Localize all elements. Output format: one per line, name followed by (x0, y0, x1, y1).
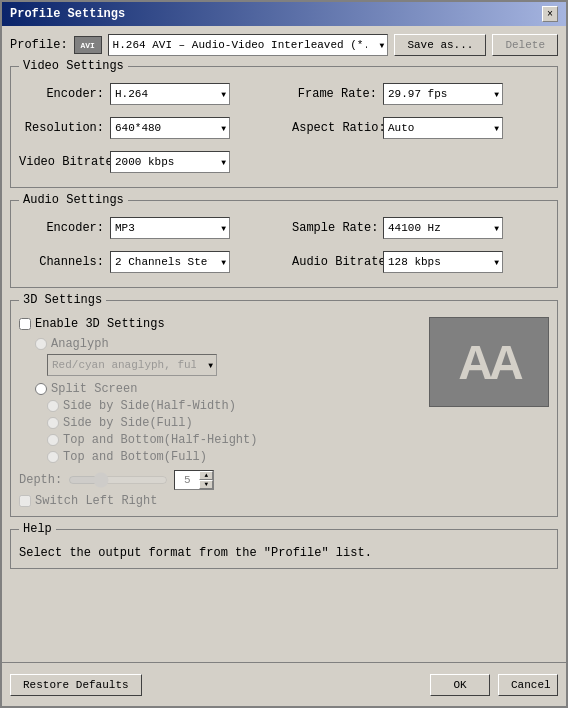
profile-label: Profile: (10, 38, 68, 52)
profile-icon: AVI (74, 36, 102, 54)
audio-encoder-select[interactable]: MP3 (110, 217, 230, 239)
threed-settings-section: 3D Settings Enable 3D Settings Anaglyph (10, 300, 558, 517)
encoder-select-wrapper: H.264 (110, 83, 230, 105)
audio-encoder-row: Encoder: MP3 (19, 217, 276, 239)
channels-row: Channels: 2 Channels Stereo (19, 251, 276, 273)
video-left-col: Encoder: H.264 Resolution: 640*480 (19, 83, 276, 179)
delete-button[interactable]: Delete (492, 34, 558, 56)
sbs-half-label: Side by Side(Half-Width) (63, 399, 236, 413)
channels-select[interactable]: 2 Channels Stereo (110, 251, 230, 273)
dialog-footer: Restore Defaults OK Cancel (2, 662, 566, 706)
aspect-ratio-select-wrapper: Auto (383, 117, 503, 139)
channels-select-wrapper: 2 Channels Stereo (110, 251, 230, 273)
footer-right-buttons: OK Cancel (430, 674, 558, 696)
help-text: Select the output format from the "Profi… (19, 546, 549, 560)
close-button[interactable]: × (542, 6, 558, 22)
audio-encoder-select-wrapper: MP3 (110, 217, 230, 239)
depth-num-wrapper: ▲ ▼ (174, 470, 214, 490)
depth-down-button[interactable]: ▼ (199, 480, 213, 489)
video-right-col: Frame Rate: 29.97 fps Aspect Ratio: Auto (292, 83, 549, 179)
anaglyph-sub-select[interactable]: Red/cyan anaglyph, full color (47, 354, 217, 376)
enable-3d-row: Enable 3D Settings (19, 317, 421, 331)
tab-half-radio[interactable] (47, 434, 59, 446)
tab-half-label: Top and Bottom(Half-Height) (63, 433, 257, 447)
audio-settings-section: Audio Settings Encoder: MP3 Channels: (10, 200, 558, 288)
cancel-button[interactable]: Cancel (498, 674, 558, 696)
preview-aa-text: AA (458, 335, 519, 390)
split-screen-label: Split Screen (51, 382, 137, 396)
channels-label: Channels: (19, 255, 104, 269)
depth-slider[interactable] (68, 472, 168, 488)
preview-box: AA (429, 317, 549, 407)
sbs-full-row: Side by Side(Full) (47, 416, 421, 430)
depth-row: Depth: ▲ ▼ (19, 470, 421, 490)
resolution-select-wrapper: 640*480 (110, 117, 230, 139)
video-bitrate-row: Video Bitrate: 2000 kbps (19, 151, 276, 173)
profile-select-wrapper: H.264 AVI – Audio-Video Interleaved (*.a… (108, 34, 389, 56)
split-screen-radio[interactable] (35, 383, 47, 395)
ok-button[interactable]: OK (430, 674, 490, 696)
help-section: Help Select the output format from the "… (10, 529, 558, 569)
tab-full-row: Top and Bottom(Full) (47, 450, 421, 464)
aspect-ratio-select[interactable]: Auto (383, 117, 503, 139)
sbs-half-row: Side by Side(Half-Width) (47, 399, 421, 413)
tab-full-label: Top and Bottom(Full) (63, 450, 207, 464)
audio-bitrate-row: Audio Bitrate: 128 kbps (292, 251, 549, 273)
sample-rate-label: Sample Rate: (292, 221, 377, 235)
video-bitrate-select[interactable]: 2000 kbps (110, 151, 230, 173)
sample-rate-select[interactable]: 44100 Hz (383, 217, 503, 239)
switch-lr-checkbox[interactable] (19, 495, 31, 507)
split-screen-row: Split Screen (19, 382, 421, 396)
tab-half-row: Top and Bottom(Half-Height) (47, 433, 421, 447)
anaglyph-label: Anaglyph (51, 337, 109, 351)
enable-3d-checkbox[interactable] (19, 318, 31, 330)
video-settings-title: Video Settings (19, 59, 128, 73)
encoder-label: Encoder: (19, 87, 104, 101)
profile-icon-text: AVI (80, 41, 94, 50)
profile-select[interactable]: H.264 AVI – Audio-Video Interleaved (*.a… (108, 34, 389, 56)
depth-label: Depth: (19, 473, 62, 487)
aspect-ratio-label: Aspect Ratio: (292, 121, 377, 135)
video-bitrate-select-wrapper: 2000 kbps (110, 151, 230, 173)
encoder-row: Encoder: H.264 (19, 83, 276, 105)
split-screen-options: Side by Side(Half-Width) Side by Side(Fu… (19, 399, 421, 464)
sbs-full-label: Side by Side(Full) (63, 416, 193, 430)
dialog-content: Profile: AVI H.264 AVI – Audio-Video Int… (2, 26, 566, 662)
audio-bitrate-select[interactable]: 128 kbps (383, 251, 503, 273)
sample-rate-select-wrapper: 44100 Hz (383, 217, 503, 239)
aspect-ratio-row: Aspect Ratio: Auto (292, 117, 549, 139)
save-as-button[interactable]: Save as... (394, 34, 486, 56)
threed-content: Enable 3D Settings Anaglyph Red/cyan ana… (19, 317, 549, 508)
frame-rate-select-wrapper: 29.97 fps (383, 83, 503, 105)
video-settings-cols: Encoder: H.264 Resolution: 640*480 (19, 83, 549, 179)
tab-full-radio[interactable] (47, 451, 59, 463)
depth-up-button[interactable]: ▲ (199, 471, 213, 480)
video-bitrate-label: Video Bitrate: (19, 155, 104, 169)
switch-lr-row: Switch Left Right (19, 494, 421, 508)
enable-3d-label[interactable]: Enable 3D Settings (35, 317, 165, 331)
depth-number-input[interactable] (175, 471, 199, 489)
anaglyph-radio[interactable] (35, 338, 47, 350)
resolution-row: Resolution: 640*480 (19, 117, 276, 139)
frame-rate-row: Frame Rate: 29.97 fps (292, 83, 549, 105)
audio-encoder-label: Encoder: (19, 221, 104, 235)
dialog-window: Profile Settings × Profile: AVI H.264 AV… (0, 0, 568, 708)
resolution-label: Resolution: (19, 121, 104, 135)
video-settings-section: Video Settings Encoder: H.264 Resolution… (10, 66, 558, 188)
switch-lr-label: Switch Left Right (35, 494, 157, 508)
profile-row: Profile: AVI H.264 AVI – Audio-Video Int… (10, 34, 558, 56)
anaglyph-sub-select-wrapper: Red/cyan anaglyph, full color (47, 354, 217, 376)
encoder-select[interactable]: H.264 (110, 83, 230, 105)
help-title: Help (19, 522, 56, 536)
sbs-full-radio[interactable] (47, 417, 59, 429)
restore-defaults-button[interactable]: Restore Defaults (10, 674, 142, 696)
resolution-select[interactable]: 640*480 (110, 117, 230, 139)
title-bar: Profile Settings × (2, 2, 566, 26)
sbs-half-radio[interactable] (47, 400, 59, 412)
depth-spinner: ▲ ▼ (199, 471, 213, 489)
threed-settings-title: 3D Settings (19, 293, 106, 307)
anaglyph-row: Anaglyph (19, 337, 421, 351)
frame-rate-select[interactable]: 29.97 fps (383, 83, 503, 105)
audio-bitrate-select-wrapper: 128 kbps (383, 251, 503, 273)
sample-rate-row: Sample Rate: 44100 Hz (292, 217, 549, 239)
